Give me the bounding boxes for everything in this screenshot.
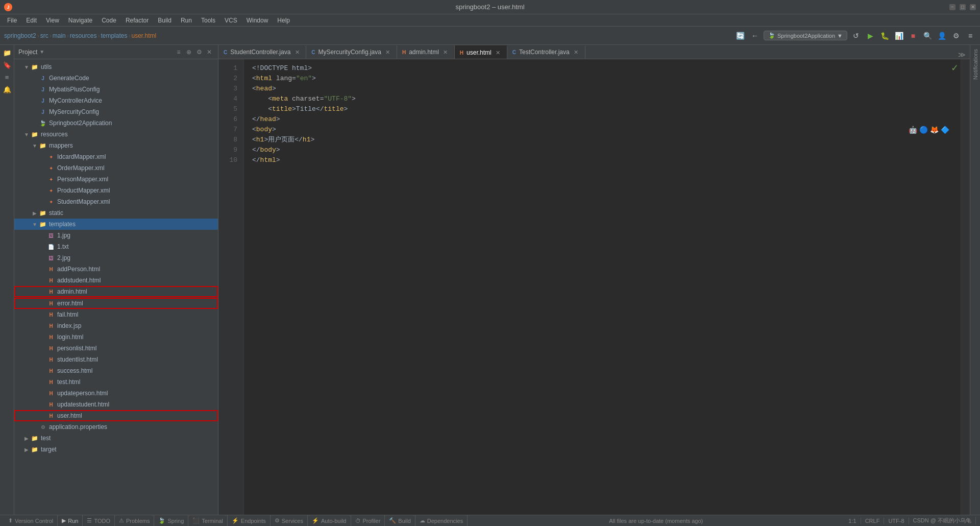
notifications-icon[interactable]: 🔔 [2,84,13,95]
tab-testcontroller[interactable]: C TestController.java ✕ [507,45,585,59]
tab-close-studentcontroller[interactable]: ✕ [293,49,301,56]
tree-item-addstudent[interactable]: H addstudent.html [14,275,218,286]
status-todo[interactable]: ☰ TODO [83,515,115,526]
bookmarks-icon[interactable]: 🔖 [2,59,13,70]
tree-item-generatecode[interactable]: J GenerateCode [14,73,218,84]
menu-build[interactable]: Build [154,16,176,25]
minimize-button[interactable]: − [949,4,955,10]
status-version-control[interactable]: ⬆ Version Control [4,515,58,526]
menu-run[interactable]: Run [177,16,196,25]
tree-item-admin[interactable]: H admin.html [14,286,218,297]
project-icon[interactable]: 📁 [2,47,13,58]
status-dependencies[interactable]: ☁ Dependencies [415,515,468,526]
tree-item-test-folder[interactable]: ▶ 📁 test [14,433,218,444]
close-button[interactable]: ✕ [970,4,976,10]
breadcrumb-main[interactable]: main [53,32,66,39]
menu-file[interactable]: File [3,16,21,25]
run-config-selector[interactable]: 🍃 Springboot2Application ▼ [764,31,847,40]
tree-item-mysercurityconfig[interactable]: J MySercurityConfig [14,106,218,117]
settings-btn[interactable]: ⚙ [950,30,962,41]
tab-close-testcontroller[interactable]: ✕ [573,49,580,56]
tab-studentcontroller[interactable]: C StudentController.java ✕ [218,45,306,59]
search-btn[interactable]: 🔍 [922,30,933,41]
profile-btn[interactable]: 👤 [936,30,947,41]
menu-tools[interactable]: Tools [197,16,219,25]
tree-item-updatestudent[interactable]: H updatestudent.html [14,399,218,410]
tree-item-1jpg[interactable]: 🖼 1.jpg [14,230,218,241]
status-build[interactable]: 🔨 Build [385,515,415,526]
browser-icon-chrome[interactable]: 🔵 [919,126,928,134]
tree-item-error[interactable]: H error.html [14,298,218,309]
debug-btn[interactable]: 🐛 [879,30,890,41]
tree-item-fail[interactable]: H fail.html [14,309,218,320]
collapse-all-btn[interactable]: ≡ [174,47,183,57]
status-endpoints[interactable]: ⚡ Endpoints [228,515,271,526]
tree-item-mybatisplusconfig[interactable]: J MybatisPlusConfig [14,84,218,95]
sync-btn[interactable]: 🔄 [735,30,746,41]
tree-item-idcardmapper[interactable]: ✦ IdcardMapper.xml [14,151,218,162]
status-problems[interactable]: ⚠ Problems [115,515,154,526]
more-btn[interactable]: ≡ [965,30,976,41]
menu-vcs[interactable]: VCS [220,16,241,25]
tree-item-success[interactable]: H success.html [14,365,218,376]
tree-item-personlist[interactable]: H personlist.html [14,343,218,354]
menu-help[interactable]: Help [273,16,294,25]
tree-item-mappers[interactable]: ▼ 📁 mappers [14,140,218,151]
tree-item-appproperties[interactable]: ⚙ application.properties [14,421,218,433]
status-profiler[interactable]: ⏱ Profiler [351,515,385,526]
tree-item-resources[interactable]: ▼ 📁 resources [14,129,218,140]
tab-admin[interactable]: H admin.html ✕ [397,45,455,59]
tree-item-static[interactable]: ▶ 📁 static [14,207,218,219]
status-run[interactable]: ▶ Run [58,515,83,526]
tab-close-admin[interactable]: ✕ [442,49,449,56]
status-auto-build[interactable]: ⚡ Auto-build [308,515,351,526]
tree-item-mycontrolleradvice[interactable]: J MyControllerAdvice [14,95,218,106]
status-spring[interactable]: 🍃 Spring [154,515,188,526]
scroll-to-source-btn[interactable]: ⊕ [184,47,193,57]
tree-item-login[interactable]: H login.html [14,331,218,343]
hide-panel-btn[interactable]: ✕ [205,47,214,57]
tree-item-studentmapper[interactable]: ✦ StudentMapper.xml [14,196,218,207]
panel-settings-btn[interactable]: ⚙ [194,47,204,57]
status-crlf[interactable]: CRLF [861,518,885,524]
tree-item-user[interactable]: H user.html [14,410,218,421]
tree-item-updateperson[interactable]: H updateperson.html [14,388,218,399]
back-btn[interactable]: ← [749,30,761,41]
tab-close-mysercurityconfig[interactable]: ✕ [384,49,391,56]
breadcrumb-src[interactable]: src [40,32,48,39]
menu-code[interactable]: Code [97,16,120,25]
tree-item-personmapper[interactable]: ✦ PersonMapper.xml [14,174,218,185]
run-with-coverage-btn[interactable]: 📊 [893,30,904,41]
menu-view[interactable]: View [42,16,63,25]
tree-item-addperson[interactable]: H addPerson.html [14,264,218,275]
menu-window[interactable]: Window [242,16,273,25]
editor-code-content[interactable]: <!DOCTYPE html> <html lang="en"> <head> … [244,59,961,515]
tree-item-1txt[interactable]: 📄 1.txt [14,241,218,252]
tree-item-templates[interactable]: ▼ 📁 templates [14,219,218,230]
breadcrumb-templates[interactable]: templates [101,32,127,39]
status-position[interactable]: 1:1 [844,518,861,524]
menu-navigate[interactable]: Navigate [64,16,96,25]
browser-icon-edge[interactable]: 🔷 [941,126,949,134]
menu-edit[interactable]: Edit [22,16,41,25]
tree-item-test[interactable]: H test.html [14,376,218,388]
tab-more-button[interactable]: ≫ [954,51,970,59]
status-encoding[interactable]: UTF-8 [884,518,909,524]
breadcrumb-resources[interactable]: resources [70,32,97,39]
tree-item-2jpg[interactable]: 🖼 2.jpg [14,252,218,264]
tree-item-productmapper[interactable]: ✦ ProductMapper.xml [14,185,218,196]
menu-refactor[interactable]: Refactor [121,16,153,25]
tree-item-indexjsp[interactable]: H index.jsp [14,320,218,331]
tree-item-utils[interactable]: ▼ 📁 utils [14,61,218,73]
browser-icon-1[interactable]: 🤖 [909,126,917,134]
run-btn[interactable]: ▶ [865,30,876,41]
breadcrumb-project[interactable]: springboot2 [4,32,36,39]
tree-item-springboot2app[interactable]: 🍃 Springboot2Application [14,117,218,129]
tree-item-target[interactable]: ▶ 📁 target [14,444,218,455]
status-terminal[interactable]: ⬛ Terminal [188,515,228,526]
refresh-btn[interactable]: ↺ [850,30,862,41]
tab-mysercurityconfig[interactable]: C MySercurityConfig.java ✕ [306,45,397,59]
browser-icon-firefox[interactable]: 🦊 [930,126,939,134]
status-services[interactable]: ⚙ Services [271,515,308,526]
stop-btn[interactable]: ■ [908,30,919,41]
